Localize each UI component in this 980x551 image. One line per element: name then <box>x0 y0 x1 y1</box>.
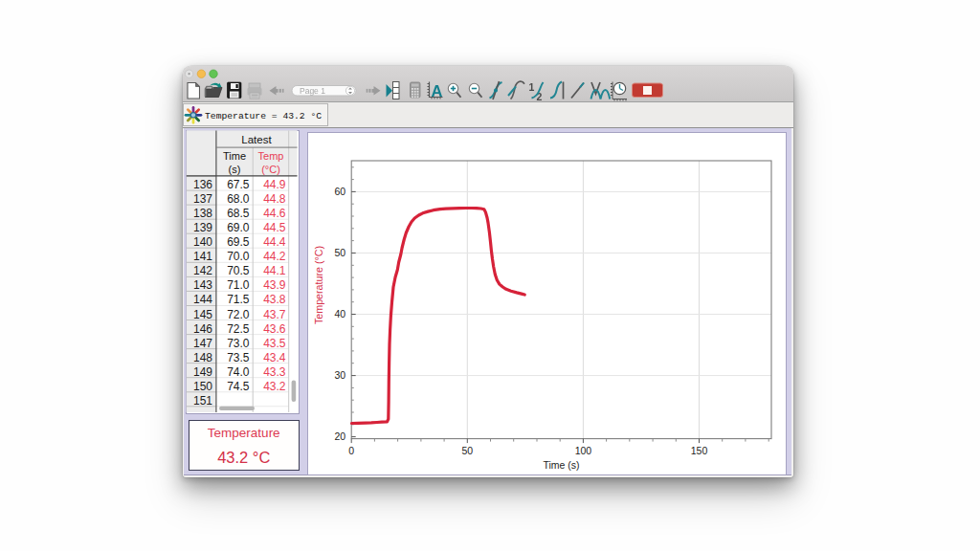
svg-text:(°C): (°C) <box>261 164 280 175</box>
svg-text:44.8: 44.8 <box>263 192 286 206</box>
svg-text:1: 1 <box>529 81 535 93</box>
svg-text:43.7: 43.7 <box>263 308 286 321</box>
svg-text:50: 50 <box>335 247 346 258</box>
svg-text:70.0: 70.0 <box>227 250 250 263</box>
svg-text:142: 142 <box>193 264 212 277</box>
svg-text:151: 151 <box>193 394 212 408</box>
svg-text:43.3: 43.3 <box>263 365 286 379</box>
svg-text:44.9: 44.9 <box>263 178 286 191</box>
svg-text:44.2: 44.2 <box>263 250 286 263</box>
svg-text:50: 50 <box>461 445 473 456</box>
svg-text:Time: Time <box>223 150 246 162</box>
svg-text:74.0: 74.0 <box>227 365 250 379</box>
svg-text:Time (s): Time (s) <box>543 459 579 471</box>
svg-text:69.5: 69.5 <box>227 235 250 249</box>
svg-text:72.0: 72.0 <box>227 308 250 321</box>
svg-text:43.6: 43.6 <box>263 322 286 336</box>
svg-text:Temperature (°C): Temperature (°C) <box>313 246 324 324</box>
svg-text:145: 145 <box>193 308 212 321</box>
svg-text:149: 149 <box>193 365 212 379</box>
svg-text:40: 40 <box>335 308 346 320</box>
svg-text:71.0: 71.0 <box>227 278 250 292</box>
svg-text:44.4: 44.4 <box>263 235 286 249</box>
svg-text:73.0: 73.0 <box>227 337 250 350</box>
svg-text:150: 150 <box>193 380 212 393</box>
svg-text:Latest: Latest <box>241 134 272 145</box>
svg-text:146: 146 <box>193 322 212 336</box>
svg-text:143: 143 <box>193 278 212 292</box>
svg-text:70.5: 70.5 <box>227 264 250 277</box>
svg-text:44.6: 44.6 <box>263 207 286 220</box>
svg-text:141: 141 <box>193 250 212 263</box>
svg-text:69.0: 69.0 <box>227 221 250 234</box>
svg-text:43.5: 43.5 <box>263 337 286 350</box>
svg-text:137: 137 <box>193 192 212 206</box>
svg-text:(s): (s) <box>229 164 241 175</box>
svg-text:147: 147 <box>193 337 212 350</box>
svg-text:A: A <box>432 82 443 99</box>
svg-text:100: 100 <box>575 445 592 456</box>
svg-text:74.5: 74.5 <box>227 380 250 393</box>
svg-text:44.5: 44.5 <box>263 221 286 234</box>
svg-text:144: 144 <box>193 293 212 306</box>
svg-text:140: 140 <box>193 235 212 249</box>
svg-text:Temperature = 43.2 °C: Temperature = 43.2 °C <box>205 111 322 121</box>
svg-text:138: 138 <box>193 207 212 220</box>
svg-text:Temp: Temp <box>258 150 284 162</box>
svg-text:71.5: 71.5 <box>227 293 250 306</box>
svg-text:43.8: 43.8 <box>263 293 286 306</box>
svg-text:73.5: 73.5 <box>227 351 250 364</box>
svg-text:150: 150 <box>691 445 708 456</box>
svg-text:20: 20 <box>335 430 346 442</box>
svg-text:Page 1: Page 1 <box>300 86 325 96</box>
svg-text:139: 139 <box>193 221 212 234</box>
svg-text:148: 148 <box>193 351 212 364</box>
svg-text:43.2: 43.2 <box>263 380 286 393</box>
svg-text:72.5: 72.5 <box>227 322 250 336</box>
svg-text:67.5: 67.5 <box>227 178 250 191</box>
svg-text:30: 30 <box>335 369 346 381</box>
svg-text:44.1: 44.1 <box>263 264 286 277</box>
svg-text:60: 60 <box>335 186 346 197</box>
svg-text:0: 0 <box>348 445 354 456</box>
svg-text:136: 136 <box>193 178 212 191</box>
svg-text:43.4: 43.4 <box>263 351 286 364</box>
svg-text:68.5: 68.5 <box>227 207 250 220</box>
svg-text:43.9: 43.9 <box>263 278 286 292</box>
svg-text:68.0: 68.0 <box>227 192 250 206</box>
